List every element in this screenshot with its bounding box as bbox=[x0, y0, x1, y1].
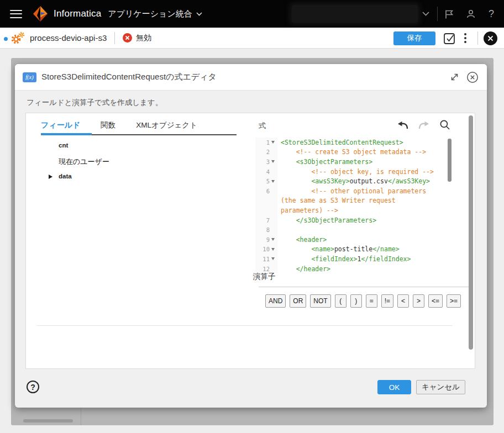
operator-buttons: ANDORNOT()=!=<><=>= bbox=[265, 294, 461, 308]
expression-editor-dialog: f(x) StoreS3DelimitedContentRequestの式エディ… bbox=[15, 64, 487, 408]
code-segment-tag: <fieldIndex> bbox=[281, 255, 357, 263]
operator-greater-equal[interactable]: >= bbox=[447, 294, 461, 308]
line-gutter: 11 bbox=[255, 254, 277, 264]
field-item-current-user[interactable]: 現在のユーザー bbox=[49, 157, 109, 167]
code-segment-comment: <!-- other optional parameters bbox=[281, 187, 426, 195]
line-gutter: 4 bbox=[255, 167, 277, 177]
fold-spacer bbox=[271, 228, 276, 233]
operators-label: 演算子 bbox=[253, 272, 276, 282]
more-options-kebab-icon[interactable] bbox=[459, 31, 472, 45]
ok-button[interactable]: OK bbox=[377, 380, 411, 394]
process-toolbar: process-devio-api-s3 無効 保存 bbox=[0, 28, 504, 49]
line-gutter: 5 bbox=[255, 176, 277, 186]
operator-or[interactable]: OR bbox=[290, 294, 306, 308]
code-text: <StoreS3DelimitedContentRequest> bbox=[277, 139, 403, 146]
code-line: 4 <!-- object key, is required --> bbox=[255, 167, 455, 177]
fold-spacer bbox=[271, 198, 276, 203]
field-item-cnt[interactable]: cnt bbox=[49, 142, 109, 151]
code-segment-text: post-title bbox=[334, 245, 372, 253]
code-segment-tag: </name> bbox=[372, 245, 399, 253]
hamburger-menu-icon[interactable] bbox=[10, 10, 22, 18]
code-line: 10 <name>post-title</name> bbox=[255, 245, 455, 255]
code-line: 2 <!-- create S3 object metadata --> bbox=[255, 147, 455, 157]
underlay-divider bbox=[81, 408, 81, 425]
card-scrollbar-thumb[interactable] bbox=[469, 115, 473, 350]
operator-not[interactable]: NOT bbox=[310, 294, 330, 308]
code-text: <fieldIndex>1</fieldIndex> bbox=[277, 255, 411, 263]
line-number: 12 bbox=[262, 266, 270, 272]
tab-functions[interactable]: 関数 bbox=[101, 118, 116, 136]
app-switcher-menu[interactable]: アプリケーション統合 bbox=[108, 9, 202, 19]
code-segment-comment: parameters) --> bbox=[281, 207, 338, 214]
redo-icon[interactable] bbox=[417, 118, 431, 132]
user-profile-icon[interactable] bbox=[460, 3, 482, 25]
line-number: 10 bbox=[262, 246, 270, 252]
fold-spacer bbox=[271, 169, 276, 174]
code-segment-tag: <header> bbox=[281, 236, 327, 244]
code-segment-comment: <!-- object key, is required --> bbox=[281, 168, 434, 176]
code-text: <s3ObjectParameters> bbox=[277, 158, 372, 166]
operator-greater-than[interactable]: > bbox=[413, 294, 424, 308]
fold-toggle-icon[interactable] bbox=[271, 179, 276, 184]
line-gutter: 8 bbox=[255, 225, 277, 235]
fold-toggle-icon[interactable] bbox=[271, 237, 276, 242]
operator-close-paren[interactable]: ) bbox=[350, 294, 362, 308]
save-button[interactable]: 保存 bbox=[393, 31, 435, 45]
code-segment-tag: </header> bbox=[281, 265, 330, 273]
line-number: 3 bbox=[266, 159, 270, 165]
search-icon[interactable] bbox=[438, 118, 452, 132]
code-segment-tag: <awsS3Key> bbox=[281, 177, 350, 185]
fold-toggle-icon[interactable] bbox=[271, 256, 276, 261]
close-process-button[interactable] bbox=[484, 31, 497, 45]
tab-xml-objects[interactable]: XMLオブジェクト bbox=[136, 118, 197, 136]
undo-icon[interactable] bbox=[396, 118, 410, 132]
field-label: cnt bbox=[59, 142, 68, 149]
operator-open-paren[interactable]: ( bbox=[335, 294, 347, 308]
operator-not-equals[interactable]: != bbox=[381, 294, 393, 308]
code-line: 7 </s3ObjectParameters> bbox=[255, 215, 455, 225]
brand-name: Informatica bbox=[54, 8, 101, 19]
expression-code-editor[interactable]: 1<StoreS3DelimitedContentRequest>2 <!-- … bbox=[255, 138, 455, 273]
operator-less-equal[interactable]: <= bbox=[428, 294, 443, 308]
line-number: 7 bbox=[266, 217, 270, 224]
flag-icon[interactable] bbox=[438, 3, 460, 25]
redacted-account-name bbox=[292, 5, 418, 23]
expand-caret-icon[interactable] bbox=[49, 175, 53, 179]
code-text: </header> bbox=[277, 265, 330, 273]
fx-function-icon: f(x) bbox=[23, 72, 36, 82]
expression-pane: 式 bbox=[253, 113, 476, 368]
code-text: <header> bbox=[277, 236, 327, 244]
help-icon[interactable]: ? bbox=[482, 8, 501, 20]
dialog-title: StoreS3DelimitedContentRequestの式エディタ bbox=[41, 72, 217, 82]
fold-toggle-icon[interactable] bbox=[271, 140, 276, 145]
code-text: <!-- create S3 object metadata --> bbox=[277, 148, 426, 156]
operator-less-than[interactable]: < bbox=[397, 294, 409, 308]
operator-and[interactable]: AND bbox=[265, 294, 286, 308]
line-gutter: 2 bbox=[255, 147, 277, 157]
close-dialog-icon[interactable] bbox=[466, 71, 479, 84]
account-chevron-down-icon[interactable] bbox=[422, 12, 429, 16]
code-line: 3 <s3ObjectParameters> bbox=[255, 157, 455, 167]
fold-spacer bbox=[271, 208, 276, 213]
code-text: parameters) --> bbox=[277, 207, 338, 214]
code-segment-tag: <StoreS3DelimitedContentRequest> bbox=[281, 139, 403, 146]
line-number: 4 bbox=[266, 168, 270, 175]
dialog-header: f(x) StoreS3DelimitedContentRequestの式エディ… bbox=[15, 64, 487, 91]
dialog-help-icon[interactable]: ? bbox=[27, 381, 39, 393]
expand-dialog-icon[interactable] bbox=[448, 71, 461, 84]
operator-equals[interactable]: = bbox=[366, 294, 377, 308]
process-name: process-devio-api-s3 bbox=[30, 33, 107, 43]
code-segment-comment: <!-- create S3 object metadata --> bbox=[281, 148, 426, 156]
fold-toggle-icon[interactable] bbox=[271, 247, 276, 252]
toolbar-divider-2 bbox=[477, 31, 478, 45]
app-switcher-label: アプリケーション統合 bbox=[108, 9, 192, 19]
editor-scrollbar-thumb[interactable] bbox=[448, 139, 452, 182]
validation-status-badge: 無効 bbox=[123, 33, 151, 43]
field-item-data[interactable]: data bbox=[49, 173, 109, 182]
operators-divider bbox=[259, 287, 473, 287]
cancel-button[interactable]: キャンセル bbox=[416, 380, 465, 394]
validate-checkbox-icon[interactable] bbox=[440, 29, 459, 47]
process-gears-icon bbox=[10, 31, 25, 45]
field-tree: cnt現在のユーザーdata bbox=[49, 142, 109, 188]
fold-toggle-icon[interactable] bbox=[271, 159, 276, 164]
